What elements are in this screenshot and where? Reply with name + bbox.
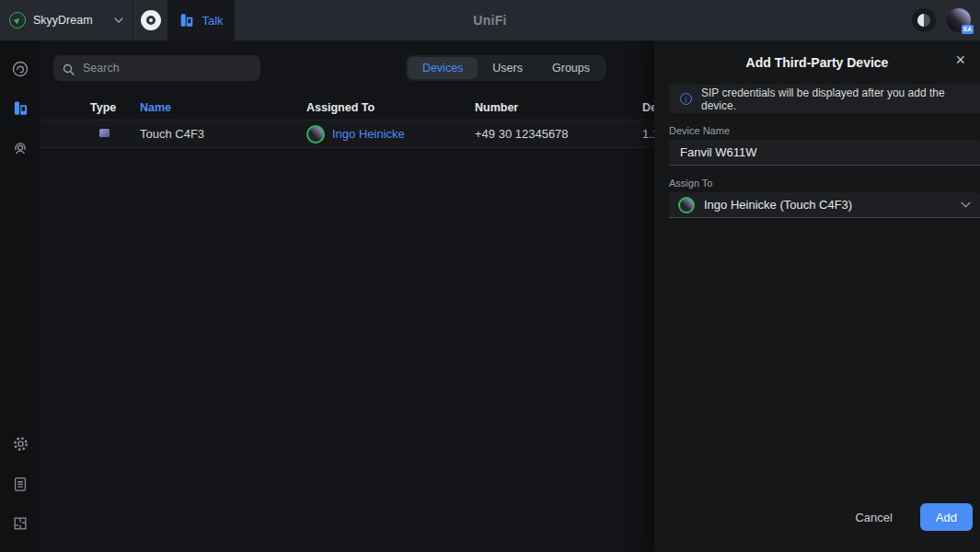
user-avatar[interactable]: EA <box>947 8 971 32</box>
cancel-button[interactable]: Cancel <box>849 510 897 525</box>
clipboard-icon <box>12 476 29 492</box>
device-name-input[interactable] <box>669 140 980 166</box>
talk-app-label: Talk <box>202 14 223 28</box>
floorplan-icon <box>12 515 29 532</box>
calls-icon <box>11 60 29 78</box>
talk-app-tab[interactable]: Talk <box>167 0 235 40</box>
status-cell <box>61 127 90 141</box>
users-headset-icon <box>11 139 29 157</box>
header-device-version[interactable]: De <box>642 101 654 114</box>
gear-icon <box>12 435 29 453</box>
close-icon[interactable]: × <box>955 52 965 68</box>
chevron-down-icon <box>961 201 971 208</box>
table-header: Type Name Assigned To Number De <box>40 96 654 121</box>
table-row[interactable]: Touch C4F3 Ingo Heinicke +49 30 12345678… <box>40 121 654 148</box>
device-version-cell: 1.1 <box>642 127 654 141</box>
tab-groups[interactable]: Groups <box>537 57 605 79</box>
panel-title: Add Third-Party Device <box>746 55 889 70</box>
device-name-cell: Touch C4F3 <box>140 127 306 141</box>
add-button[interactable]: Add <box>920 503 973 531</box>
console-logo-icon <box>9 12 26 29</box>
theme-toggle-button[interactable] <box>912 8 936 32</box>
info-icon: i <box>680 93 692 105</box>
assign-to-label: Assign To <box>669 178 980 189</box>
assign-to-value: Ingo Heinicke (Touch C4F3) <box>704 198 951 212</box>
header-assigned-to[interactable]: Assigned To <box>306 101 475 114</box>
header-name[interactable]: Name <box>140 101 306 114</box>
header-type[interactable]: Type <box>90 101 140 114</box>
console-name: SkyyDream <box>33 14 107 27</box>
view-tabs: Devices Users Groups <box>406 55 606 81</box>
assignee-avatar <box>678 197 695 213</box>
topbar-right: EA <box>912 0 980 40</box>
device-name-label: Device Name <box>669 125 980 136</box>
assign-to-select[interactable]: Ingo Heinicke (Touch C4F3) <box>669 192 980 218</box>
main-toolbar: Devices Users Groups <box>40 40 654 81</box>
avatar-ea-badge: EA <box>962 25 974 34</box>
sidebar-item-calls[interactable] <box>4 49 37 88</box>
left-sidebar <box>0 40 40 552</box>
theme-toggle-icon <box>917 14 930 27</box>
assigned-to-cell: Ingo Heinicke <box>306 125 475 144</box>
unifi-os-icon <box>141 10 161 30</box>
main-content: Devices Users Groups Type Name Assigned … <box>40 40 654 552</box>
devices-icon <box>12 99 29 117</box>
tab-users[interactable]: Users <box>478 57 537 79</box>
search-input[interactable] <box>53 55 260 81</box>
sidebar-item-logs[interactable] <box>4 464 37 503</box>
sidebar-item-settings[interactable] <box>4 424 37 464</box>
number-cell: +49 30 12345678 <box>475 127 642 141</box>
sip-info-banner: i SIP credentials will be displayed afte… <box>669 85 980 113</box>
console-selector[interactable]: SkyyDream <box>0 0 133 40</box>
search-box <box>53 55 260 81</box>
search-icon <box>63 63 75 79</box>
add-device-panel: Add Third-Party Device × i SIP credentia… <box>654 40 980 552</box>
sidebar-item-users[interactable] <box>4 128 37 167</box>
assignee-link[interactable]: Ingo Heinicke <box>332 127 405 141</box>
panel-footer: Cancel Add <box>849 503 980 531</box>
assignee-avatar <box>306 125 325 144</box>
talk-app-icon <box>179 12 195 29</box>
type-cell <box>90 127 140 141</box>
header-number[interactable]: Number <box>475 101 642 114</box>
device-thumbnail-screen <box>99 129 110 137</box>
tab-devices[interactable]: Devices <box>408 57 478 79</box>
chevron-down-icon <box>114 17 123 23</box>
sidebar-item-floorplan[interactable] <box>4 503 37 543</box>
sidebar-item-devices[interactable] <box>4 88 37 128</box>
devices-table: Type Name Assigned To Number De Touch C4… <box>40 96 654 148</box>
unifi-os-button[interactable] <box>133 0 167 40</box>
panel-header: Add Third-Party Device × <box>654 40 980 85</box>
sip-info-text: SIP credentials will be displayed after … <box>701 86 969 112</box>
top-bar: SkyyDream Talk UniFi EA <box>0 0 980 40</box>
